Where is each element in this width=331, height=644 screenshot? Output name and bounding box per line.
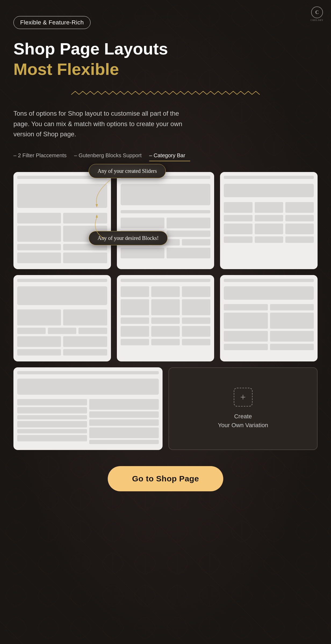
layout-card-4[interactable] (13, 275, 111, 361)
description-text: Tons of options for Shop layout to custo… (13, 108, 196, 139)
layout-card-3[interactable] (220, 172, 318, 269)
cta-container: Go to Shop Page (13, 466, 318, 502)
go-to-shop-button[interactable]: Go to Shop Page (108, 466, 223, 491)
zigzag-divider (13, 89, 318, 97)
page-title-line2: Most Flexible (13, 60, 318, 78)
layouts-bottom-row: + Create Your Own Variation (13, 367, 318, 450)
page-title-line1: Shop Page Layouts (13, 40, 318, 58)
feature-tag-0: – 2 Filter Placcements (13, 152, 71, 161)
layout-card-2[interactable] (117, 172, 214, 269)
create-label: Create Your Own Variation (218, 412, 268, 430)
logo-corner: C CHELSBY (311, 6, 323, 21)
logo-icon: C (311, 6, 323, 18)
layout-card-6[interactable] (220, 275, 318, 361)
layouts-section: Any of your created Sliders Any of your … (13, 172, 318, 450)
logo-text: CHELSBY (311, 19, 323, 21)
create-own-card[interactable]: + Create Your Own Variation (168, 367, 318, 450)
layout-card-1[interactable] (13, 172, 111, 269)
layouts-grid-row2 (13, 275, 318, 361)
feature-tags: – 2 Filter Placcements – Gutenberg Block… (13, 152, 318, 161)
layout-card-7[interactable] (13, 367, 163, 450)
layout-card-5[interactable] (117, 275, 214, 361)
badge-label: Flexible & Feature-Rich (13, 16, 91, 29)
create-icon: + (234, 388, 253, 407)
feature-tag-2: – Category Bar (149, 152, 190, 161)
layouts-grid-row1 (13, 172, 318, 269)
feature-tag-1: – Gutenberg Blocks Support (74, 152, 146, 161)
